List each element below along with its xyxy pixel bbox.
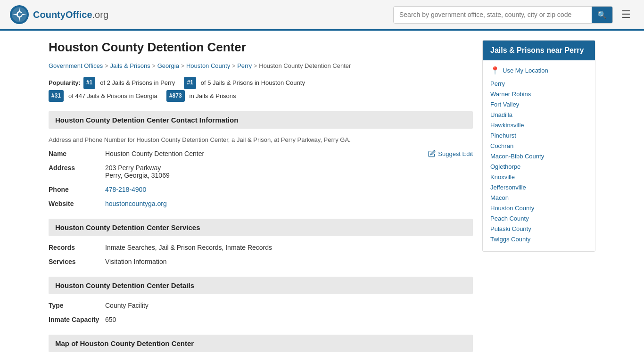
location-link-perry[interactable]: Perry — [490, 80, 505, 87]
location-link-houston-county[interactable]: Houston County — [490, 205, 534, 212]
services-value: Visitation Information — [105, 258, 473, 265]
popularity-text-3: of 447 Jails & Prisons in Georgia — [68, 90, 157, 101]
location-link-twiggs-county[interactable]: Twiggs County — [490, 236, 530, 243]
address-row: Address 203 Perry Parkway Perry, Georgia… — [49, 164, 473, 179]
capacity-row: Inmate Capacity 650 — [49, 316, 473, 323]
type-row: Type County Facility — [49, 302, 473, 309]
sidebar-title: Jails & Prisons near Perry — [483, 41, 595, 60]
location-link-warner-robins[interactable]: Warner Robins — [490, 90, 531, 98]
location-link-hawkinsville[interactable]: Hawkinsville — [490, 122, 524, 129]
location-link-fort-valley[interactable]: Fort Valley — [490, 101, 519, 108]
list-item: Hawkinsville — [490, 121, 587, 129]
nearby-locations-list: Perry Warner Robins Fort Valley Unadilla… — [490, 80, 587, 243]
search-button[interactable]: 🔍 — [592, 7, 612, 23]
breadcrumb-current: Houston County Detention Center — [259, 62, 351, 69]
sidebar-content: 📍 Use My Location Perry Warner Robins Fo… — [483, 60, 595, 251]
location-link-knoxville[interactable]: Knoxville — [490, 173, 515, 181]
location-link-peach-county[interactable]: Peach County — [490, 215, 529, 222]
records-label: Records — [49, 244, 105, 251]
breadcrumb-link-3[interactable]: Georgia — [157, 62, 179, 69]
name-label: Name — [49, 150, 105, 157]
address-line2: Perry, Georgia, 31069 — [105, 172, 170, 179]
location-pin-icon: 📍 — [490, 66, 500, 75]
page-title: Houston County Detention Center — [49, 40, 473, 55]
list-item: Cochran — [490, 142, 587, 149]
list-item: Unadilla — [490, 111, 587, 118]
logo-icon: C — [9, 5, 29, 25]
breadcrumb-sep-3: > — [181, 63, 184, 69]
contact-description: Address and Phone Number for Houston Cou… — [49, 136, 473, 143]
address-value: 203 Perry Parkway Perry, Georgia, 31069 — [105, 164, 473, 179]
map-section-header: Map of Houston County Detention Center — [49, 335, 473, 352]
phone-label: Phone — [49, 186, 105, 193]
list-item: Oglethorpe — [490, 163, 587, 170]
type-value: County Facility — [105, 302, 473, 309]
use-location-label: Use My Location — [503, 67, 548, 74]
list-item: Fort Valley — [490, 100, 587, 108]
location-link-unadilla[interactable]: Unadilla — [490, 111, 512, 118]
website-link[interactable]: houstoncountyga.org — [105, 200, 167, 207]
website-value: houstoncountyga.org — [105, 200, 473, 207]
list-item: Macon-Bibb County — [490, 152, 587, 160]
records-value: Inmate Searches, Jail & Prison Records, … — [105, 244, 473, 251]
capacity-value: 650 — [105, 316, 473, 323]
list-item: Knoxville — [490, 173, 587, 181]
location-link-jeffersonville[interactable]: Jeffersonville — [490, 184, 526, 191]
breadcrumb-sep-4: > — [232, 63, 235, 69]
popularity-text-4: in Jails & Prisons — [190, 90, 236, 101]
use-location-link[interactable]: 📍 Use My Location — [490, 66, 587, 75]
map-section: Map of Houston County Detention Center — [49, 335, 473, 352]
contact-section: Houston County Detention Center Contact … — [49, 111, 473, 207]
list-item: Jeffersonville — [490, 183, 587, 191]
contact-section-header: Houston County Detention Center Contact … — [49, 111, 473, 129]
details-section-header: Houston County Detention Center Details — [49, 277, 473, 294]
services-row: Services Visitation Information — [49, 258, 473, 265]
breadcrumb-link-5[interactable]: Perry — [237, 62, 252, 69]
details-section: Houston County Detention Center Details … — [49, 277, 473, 323]
location-link-cochran[interactable]: Cochran — [490, 142, 513, 149]
services-section-header: Houston County Detention Center Services — [49, 219, 473, 236]
services-label: Services — [49, 258, 105, 265]
location-link-macon-bibb[interactable]: Macon-Bibb County — [490, 153, 544, 160]
list-item: Peach County — [490, 214, 587, 222]
website-row: Website houstoncountyga.org — [49, 200, 473, 207]
records-row: Records Inmate Searches, Jail & Prison R… — [49, 244, 473, 251]
logo-area: C CountyOffice.org — [9, 5, 108, 25]
phone-value: 478-218-4900 — [105, 186, 473, 193]
phone-row: Phone 478-218-4900 — [49, 186, 473, 193]
suggest-edit-label: Suggest Edit — [438, 150, 473, 157]
list-item: Twiggs County — [490, 235, 587, 243]
address-line1: 203 Perry Parkway — [105, 164, 161, 172]
location-link-pulaski-county[interactable]: Pulaski County — [490, 225, 531, 232]
location-link-pinehurst[interactable]: Pinehurst — [490, 132, 516, 139]
type-label: Type — [49, 302, 105, 309]
breadcrumb-link-1[interactable]: Government Offices — [49, 62, 103, 69]
list-item: Pinehurst — [490, 132, 587, 139]
search-container: 🔍 — [393, 6, 613, 24]
location-link-macon[interactable]: Macon — [490, 194, 509, 201]
address-label: Address — [49, 164, 105, 172]
breadcrumb-link-2[interactable]: Jails & Prisons — [110, 62, 150, 69]
breadcrumb-link-4[interactable]: Houston County — [186, 62, 230, 69]
main-container: Houston County Detention Center Governme… — [39, 31, 605, 362]
menu-button[interactable]: ☰ — [618, 7, 635, 23]
popularity-label: Popularity: — [49, 77, 81, 88]
list-item: Perry — [490, 80, 587, 87]
breadcrumb-sep-1: > — [105, 63, 108, 69]
badge-2: #1 — [184, 77, 196, 89]
search-input[interactable] — [394, 7, 592, 22]
capacity-label: Inmate Capacity — [49, 316, 105, 323]
services-section: Houston County Detention Center Services… — [49, 219, 473, 265]
popularity-text-1: of 2 Jails & Prisons in Perry — [100, 77, 175, 88]
phone-link[interactable]: 478-218-4900 — [105, 186, 146, 193]
breadcrumb-sep-2: > — [152, 63, 156, 69]
list-item: Macon — [490, 194, 587, 201]
popularity-section: Popularity: #1 of 2 Jails & Prisons in P… — [49, 77, 473, 102]
list-item: Houston County — [490, 204, 587, 212]
location-link-oglethorpe[interactable]: Oglethorpe — [490, 163, 520, 170]
breadcrumb-sep-5: > — [254, 63, 257, 69]
suggest-edit-link[interactable]: Suggest Edit — [428, 150, 473, 157]
badge-4: #873 — [166, 90, 185, 102]
sidebar-box: Jails & Prisons near Perry 📍 Use My Loca… — [482, 40, 595, 252]
header-right: 🔍 ☰ — [393, 6, 635, 24]
